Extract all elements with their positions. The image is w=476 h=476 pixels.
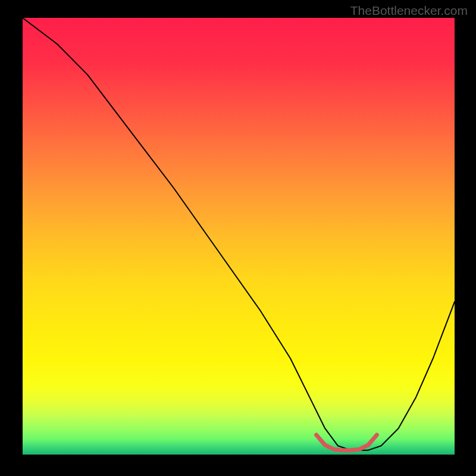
chart-svg — [23, 18, 455, 455]
watermark-text: TheBottleneсker.com — [350, 4, 468, 18]
chart-background — [23, 18, 455, 455]
chart-plot-area — [23, 18, 455, 455]
